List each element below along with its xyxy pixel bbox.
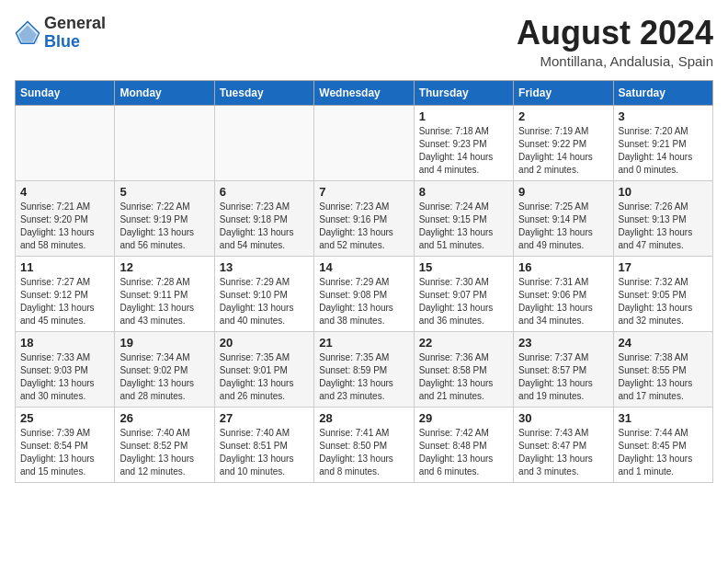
- day-info: Sunrise: 7:42 AM Sunset: 8:48 PM Dayligh…: [419, 427, 508, 478]
- day-number: 25: [20, 411, 109, 425]
- calendar-week-row: 11Sunrise: 7:27 AM Sunset: 9:12 PM Dayli…: [16, 256, 713, 331]
- calendar-week-row: 4Sunrise: 7:21 AM Sunset: 9:20 PM Daylig…: [16, 180, 713, 256]
- day-info: Sunrise: 7:21 AM Sunset: 9:20 PM Dayligh…: [20, 201, 109, 252]
- day-info: Sunrise: 7:29 AM Sunset: 9:10 PM Dayligh…: [220, 276, 309, 327]
- calendar-cell: 29Sunrise: 7:42 AM Sunset: 8:48 PM Dayli…: [414, 407, 513, 482]
- day-info: Sunrise: 7:40 AM Sunset: 8:51 PM Dayligh…: [220, 427, 309, 478]
- calendar-cell: 18Sunrise: 7:33 AM Sunset: 9:03 PM Dayli…: [16, 331, 115, 407]
- calendar-week-row: 1Sunrise: 7:18 AM Sunset: 9:23 PM Daylig…: [16, 105, 713, 180]
- day-number: 7: [319, 185, 408, 199]
- calendar-cell: 19Sunrise: 7:34 AM Sunset: 9:02 PM Dayli…: [115, 331, 214, 407]
- calendar-cell: 11Sunrise: 7:27 AM Sunset: 9:12 PM Dayli…: [16, 256, 115, 331]
- calendar-cell: 7Sunrise: 7:23 AM Sunset: 9:16 PM Daylig…: [314, 180, 414, 256]
- day-info: Sunrise: 7:32 AM Sunset: 9:05 PM Dayligh…: [619, 276, 708, 327]
- calendar-cell: 23Sunrise: 7:37 AM Sunset: 8:57 PM Dayli…: [514, 331, 613, 407]
- day-number: 3: [619, 109, 708, 123]
- day-number: 10: [619, 185, 708, 199]
- day-info: Sunrise: 7:28 AM Sunset: 9:11 PM Dayligh…: [119, 276, 209, 327]
- day-number: 5: [119, 185, 209, 199]
- logo-blue: Blue: [44, 33, 106, 52]
- calendar-cell: 16Sunrise: 7:31 AM Sunset: 9:06 PM Dayli…: [514, 256, 613, 331]
- calendar-cell: 25Sunrise: 7:39 AM Sunset: 8:54 PM Dayli…: [16, 407, 115, 482]
- title-block: August 2024 Montillana, Andalusia, Spain: [517, 15, 713, 69]
- calendar-cell: 3Sunrise: 7:20 AM Sunset: 9:21 PM Daylig…: [613, 105, 712, 180]
- day-info: Sunrise: 7:37 AM Sunset: 8:57 PM Dayligh…: [518, 351, 608, 403]
- calendar-cell: 20Sunrise: 7:35 AM Sunset: 9:01 PM Dayli…: [214, 331, 313, 407]
- calendar-cell: 5Sunrise: 7:22 AM Sunset: 9:19 PM Daylig…: [115, 180, 214, 256]
- day-info: Sunrise: 7:30 AM Sunset: 9:07 PM Dayligh…: [419, 276, 508, 327]
- day-info: Sunrise: 7:27 AM Sunset: 9:12 PM Dayligh…: [20, 276, 109, 327]
- day-number: 21: [319, 336, 408, 350]
- calendar-cell: 15Sunrise: 7:30 AM Sunset: 9:07 PM Dayli…: [414, 256, 513, 331]
- header-cell-monday: Monday: [115, 80, 214, 105]
- calendar-cell: 31Sunrise: 7:44 AM Sunset: 8:45 PM Dayli…: [613, 407, 712, 482]
- calendar-cell: 17Sunrise: 7:32 AM Sunset: 9:05 PM Dayli…: [613, 256, 712, 331]
- day-info: Sunrise: 7:26 AM Sunset: 9:13 PM Dayligh…: [619, 201, 708, 252]
- calendar-body: 1Sunrise: 7:18 AM Sunset: 9:23 PM Daylig…: [16, 105, 713, 482]
- month-year-title: August 2024: [517, 15, 713, 52]
- header-cell-thursday: Thursday: [414, 80, 513, 105]
- calendar-week-row: 25Sunrise: 7:39 AM Sunset: 8:54 PM Dayli…: [16, 407, 713, 482]
- calendar-cell: 26Sunrise: 7:40 AM Sunset: 8:52 PM Dayli…: [115, 407, 214, 482]
- calendar-cell: 12Sunrise: 7:28 AM Sunset: 9:11 PM Dayli…: [115, 256, 214, 331]
- day-info: Sunrise: 7:35 AM Sunset: 8:59 PM Dayligh…: [319, 351, 408, 403]
- day-info: Sunrise: 7:20 AM Sunset: 9:21 PM Dayligh…: [619, 125, 708, 177]
- header-cell-sunday: Sunday: [16, 80, 115, 105]
- calendar-cell: 28Sunrise: 7:41 AM Sunset: 8:50 PM Dayli…: [314, 407, 414, 482]
- day-info: Sunrise: 7:41 AM Sunset: 8:50 PM Dayligh…: [319, 427, 408, 478]
- calendar-cell: [214, 105, 313, 180]
- header-cell-tuesday: Tuesday: [214, 80, 313, 105]
- day-info: Sunrise: 7:31 AM Sunset: 9:06 PM Dayligh…: [518, 276, 608, 327]
- header-row: SundayMondayTuesdayWednesdayThursdayFrid…: [16, 80, 713, 105]
- calendar-cell: 21Sunrise: 7:35 AM Sunset: 8:59 PM Dayli…: [314, 331, 414, 407]
- day-number: 15: [419, 260, 508, 274]
- logo-general: General: [44, 15, 106, 33]
- day-number: 12: [119, 260, 209, 274]
- day-number: 29: [419, 411, 508, 425]
- day-info: Sunrise: 7:38 AM Sunset: 8:55 PM Dayligh…: [619, 351, 708, 403]
- calendar-cell: [314, 105, 414, 180]
- day-info: Sunrise: 7:33 AM Sunset: 9:03 PM Dayligh…: [20, 351, 109, 403]
- day-number: 24: [619, 336, 708, 350]
- calendar-cell: 14Sunrise: 7:29 AM Sunset: 9:08 PM Dayli…: [314, 256, 414, 331]
- calendar-cell: [16, 105, 115, 180]
- calendar-cell: 2Sunrise: 7:19 AM Sunset: 9:22 PM Daylig…: [514, 105, 613, 180]
- logo-icon: [15, 20, 40, 46]
- day-info: Sunrise: 7:23 AM Sunset: 9:18 PM Dayligh…: [220, 201, 309, 252]
- day-number: 30: [518, 411, 608, 425]
- day-number: 22: [419, 336, 508, 350]
- day-number: 23: [518, 336, 608, 350]
- day-number: 26: [119, 411, 209, 425]
- calendar-cell: 1Sunrise: 7:18 AM Sunset: 9:23 PM Daylig…: [414, 105, 513, 180]
- logo: General Blue: [15, 15, 106, 52]
- day-info: Sunrise: 7:23 AM Sunset: 9:16 PM Dayligh…: [319, 201, 408, 252]
- day-info: Sunrise: 7:18 AM Sunset: 9:23 PM Dayligh…: [419, 125, 508, 177]
- day-number: 27: [220, 411, 309, 425]
- calendar-cell: 10Sunrise: 7:26 AM Sunset: 9:13 PM Dayli…: [613, 180, 712, 256]
- calendar-cell: 8Sunrise: 7:24 AM Sunset: 9:15 PM Daylig…: [414, 180, 513, 256]
- calendar-header: SundayMondayTuesdayWednesdayThursdayFrid…: [16, 80, 713, 105]
- day-info: Sunrise: 7:19 AM Sunset: 9:22 PM Dayligh…: [518, 125, 608, 177]
- day-number: 1: [419, 109, 508, 123]
- day-number: 18: [20, 336, 109, 350]
- day-info: Sunrise: 7:25 AM Sunset: 9:14 PM Dayligh…: [518, 201, 608, 252]
- calendar-table: SundayMondayTuesdayWednesdayThursdayFrid…: [15, 80, 713, 483]
- calendar-cell: 13Sunrise: 7:29 AM Sunset: 9:10 PM Dayli…: [214, 256, 313, 331]
- day-info: Sunrise: 7:35 AM Sunset: 9:01 PM Dayligh…: [220, 351, 309, 403]
- day-info: Sunrise: 7:36 AM Sunset: 8:58 PM Dayligh…: [419, 351, 508, 403]
- calendar-week-row: 18Sunrise: 7:33 AM Sunset: 9:03 PM Dayli…: [16, 331, 713, 407]
- calendar-cell: 30Sunrise: 7:43 AM Sunset: 8:47 PM Dayli…: [514, 407, 613, 482]
- day-number: 16: [518, 260, 608, 274]
- location-subtitle: Montillana, Andalusia, Spain: [517, 53, 713, 69]
- day-info: Sunrise: 7:44 AM Sunset: 8:45 PM Dayligh…: [619, 427, 708, 478]
- day-number: 4: [20, 185, 109, 199]
- logo-text: General Blue: [44, 15, 106, 52]
- page-header: General Blue August 2024 Montillana, And…: [15, 15, 713, 69]
- header-cell-wednesday: Wednesday: [314, 80, 414, 105]
- calendar-cell: 22Sunrise: 7:36 AM Sunset: 8:58 PM Dayli…: [414, 331, 513, 407]
- day-number: 6: [220, 185, 309, 199]
- day-number: 31: [619, 411, 708, 425]
- day-number: 9: [518, 185, 608, 199]
- day-info: Sunrise: 7:29 AM Sunset: 9:08 PM Dayligh…: [319, 276, 408, 327]
- day-number: 19: [119, 336, 209, 350]
